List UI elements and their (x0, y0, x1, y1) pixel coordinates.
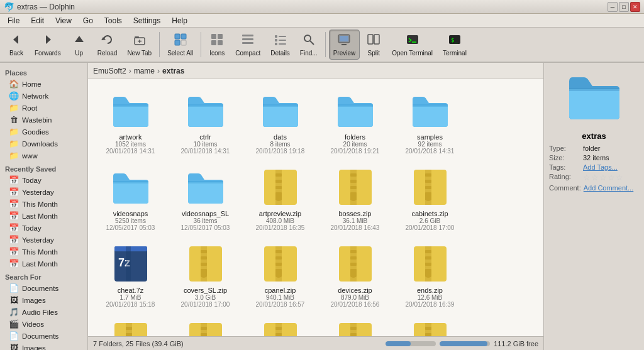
toolbar-btn-details[interactable]: Details (266, 30, 294, 60)
sidebar-item-documents[interactable]: 📄Documents (1, 282, 86, 294)
toolbar-btn-reload[interactable]: Reload (93, 30, 122, 60)
sidebar-item-images[interactable]: 🖼Images (1, 294, 86, 306)
sidebar-item-last-month2[interactable]: 📅Last Month (1, 258, 86, 270)
minimize-button[interactable]: ─ (608, 2, 618, 12)
menu-item-tools[interactable]: Tools (99, 15, 127, 26)
info-value-4[interactable]: Add Comment... (584, 184, 633, 192)
sidebar-item-videos[interactable]: 🎬Videos (1, 318, 86, 330)
details-label: Details (270, 50, 290, 57)
breadcrumb-item-extras[interactable]: extras (162, 67, 184, 75)
file-item-devices.zip[interactable]: devices.zip879.0 MiB20/01/2018 16:56 (319, 239, 391, 313)
svg-rect-21 (275, 39, 277, 41)
toolbar-btn-up[interactable]: Up (67, 30, 92, 60)
file-item-ends.zip[interactable]: ends.zip12.6 MiB20/01/2018 16:39 (394, 239, 466, 313)
toolbar-btn-compact[interactable]: Compact (231, 30, 265, 60)
svg-point-25 (304, 35, 311, 41)
file-item-logo.zip[interactable]: logo.zip (394, 315, 466, 336)
yesterday2-icon: 📅 (9, 235, 19, 244)
file-item-covers_SL.zip[interactable]: covers_SL.zip3.0 GiB20/01/2018 17:00 (169, 239, 242, 313)
toolbar-btn-find[interactable]: Find... (296, 30, 322, 60)
file-item-cabinets.zip[interactable]: cabinets.zip2.6 GiB20/01/2018 17:00 (394, 162, 466, 236)
www-label: www (22, 152, 38, 160)
toolbar-btn-split[interactable]: Split (361, 30, 386, 60)
file-item-artpreview.zip[interactable]: artpreview.zip408.0 MiB20/01/2018 16:35 (244, 162, 316, 236)
sidebar-item-downloads[interactable]: 📁Downloads (1, 138, 86, 150)
toolbar-btn-back[interactable]: Back (4, 30, 29, 60)
sidebar-item-goodies[interactable]: 📁Goodies (1, 126, 86, 138)
file-item-gameover.zip[interactable]: gameover.zip97.1 MiB20/01/2018 16:49 (169, 315, 242, 336)
sidebar-item-www[interactable]: 📁www (1, 150, 86, 161)
toolbar-sep-0 (159, 32, 160, 57)
file-item-ctrlr[interactable]: ctrlr10 items20/01/2018 14:31 (169, 85, 242, 160)
close-button[interactable]: ✕ (630, 2, 640, 12)
toolbar-btn-forwards[interactable]: Forwards (30, 30, 65, 60)
svg-rect-90 (425, 263, 431, 266)
select-all-label: Select All (167, 50, 193, 57)
file-item-howto.zip[interactable]: howto.zip43.9 MiB20/01/2018 16:41 (244, 315, 316, 336)
sidebar-item-root[interactable]: 📁Root (1, 102, 86, 114)
svg-rect-42 (275, 173, 282, 177)
toolbar-btn-select-all[interactable]: Select All (163, 30, 197, 60)
file-item-artwork[interactable]: artwork1052 items20/01/2018 14:31 (94, 85, 167, 160)
toolbar-btn-preview[interactable]: Preview (329, 30, 360, 60)
toolbar-btn-terminal[interactable]: $_Terminal (438, 30, 471, 60)
sidebar-item-home[interactable]: 🏠Home (1, 78, 86, 90)
file-item-flyers.zip[interactable]: flyers.zip6.7 GiB20/01/2018 17:00 (94, 315, 167, 336)
sidebar-item-last-month[interactable]: 📅Last Month (1, 210, 86, 222)
toolbar-btn-new-tab[interactable]: New Tab (123, 30, 156, 60)
sidebar-item-today[interactable]: 📅Today (1, 174, 86, 186)
artwork-icon (111, 90, 151, 131)
samples-name: samples (417, 133, 443, 141)
sidebar-item-today2[interactable]: 📅Today (1, 222, 86, 234)
cheat.7z-icon: 7z (111, 244, 151, 284)
network-icon: 🌐 (9, 91, 19, 101)
file-item-bosses.zip[interactable]: bosses.zip36.1 MiB20/01/2018 16:43 (319, 162, 391, 236)
details-icon (274, 33, 287, 48)
info-value-3[interactable]: ☆☆☆☆☆ (583, 173, 624, 182)
menu-item-edit[interactable]: Edit (26, 15, 49, 26)
svg-rect-49 (350, 173, 357, 177)
sidebar-item-network[interactable]: 🌐Network (1, 90, 86, 102)
menu-item-help[interactable]: Help (167, 15, 192, 26)
toolbar-btn-open-terminal[interactable]: Open Terminal (387, 30, 437, 60)
up-label: Up (75, 50, 83, 57)
file-item-samples[interactable]: samples92 items20/01/2018 14:31 (394, 85, 466, 160)
sidebar-item-yesterday2[interactable]: 📅Yesterday (1, 234, 86, 246)
cabinets.zip-info: 2.6 GiB (419, 217, 440, 224)
sidebar-item-audio[interactable]: 🎵Audio Files (1, 306, 86, 318)
menu-item-view[interactable]: View (50, 15, 77, 26)
reload-label: Reload (97, 50, 118, 57)
sidebar-item-wastebin[interactable]: 🗑Wastebin (1, 114, 86, 126)
breadcrumb-item-emusoft2[interactable]: EmuSoft2 (93, 67, 126, 75)
menu-item-go[interactable]: Go (78, 15, 98, 26)
sidebar-item-this-month[interactable]: 📅This Month (1, 198, 86, 210)
toolbar-btn-icons[interactable]: Icons (204, 30, 230, 60)
menu-item-file[interactable]: File (3, 15, 25, 26)
menu-item-settings[interactable]: Settings (128, 15, 165, 26)
file-item-videosnaps[interactable]: videosnaps5250 items12/05/2017 05:03 (94, 162, 167, 236)
progress-fill-2 (440, 341, 487, 346)
samples-info: 92 items (418, 141, 442, 148)
sidebar-item-this-month2[interactable]: 📅This Month (1, 246, 86, 258)
open-terminal-icon (406, 33, 419, 48)
info-panel: extrasType:folderSize:32 itemsTags:Add T… (549, 131, 639, 194)
file-item-cheat.7z[interactable]: 7z cheat.7z1.7 MiB20/01/2018 15:18 (94, 239, 167, 313)
sidebar-item-yesterday[interactable]: 📅Yesterday (1, 186, 86, 198)
samples-icon (410, 90, 450, 131)
sidebar-item-documents2[interactable]: 📄Documents (1, 330, 86, 342)
back-icon (9, 33, 23, 48)
videosnaps-date: 12/05/2017 05:03 (106, 224, 155, 231)
file-item-dats[interactable]: dats8 items20/01/2018 19:18 (244, 85, 316, 160)
sidebar-item-images2[interactable]: 🖼Images (1, 342, 86, 350)
file-item-icons.zip[interactable]: icons.zip (319, 315, 391, 336)
breadcrumb-item-mame[interactable]: mame (134, 67, 155, 75)
file-item-videosnaps_SL[interactable]: videosnaps_SL36 items12/05/2017 05:03 (169, 162, 242, 236)
preview-label: Preview (333, 50, 356, 57)
last-month-icon: 📅 (9, 211, 19, 221)
file-item-folders[interactable]: folders20 items20/01/2018 19:21 (319, 85, 391, 160)
maximize-button[interactable]: □ (619, 2, 629, 12)
info-value-2[interactable]: Add Tags... (583, 163, 618, 171)
progress-fill-1 (386, 341, 411, 346)
sidebar: Places🏠Home🌐Network📁Root🗑Wastebin📁Goodie… (0, 63, 88, 350)
file-item-cpanel.zip[interactable]: cpanel.zip940.1 MiB20/01/2018 16:57 (244, 239, 316, 313)
